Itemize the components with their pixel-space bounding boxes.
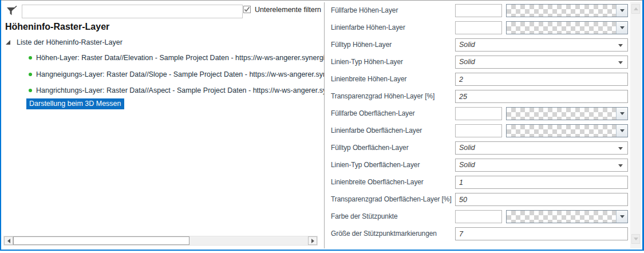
color-value-input[interactable]	[455, 210, 502, 223]
tree-item-hangneigungs-layer[interactable]: Hangneigungs-Layer: Raster Data//Slope -…	[29, 70, 324, 79]
fill-type-dropdown[interactable]: Solid	[455, 38, 628, 52]
property-label: Größe der Stützpunktmarkierungen	[331, 230, 437, 238]
property-label: Farbe der Stützpunkte	[331, 212, 398, 220]
property-row: Fülltyp Oberflächen-Layer Solid	[325, 141, 630, 155]
line-type-dropdown[interactable]: Solid	[455, 56, 628, 69]
tree-root-node[interactable]: Liste der Höheninfo-Raster-Layer	[6, 37, 123, 48]
arrow-left-icon	[7, 239, 10, 243]
arrow-right-icon	[311, 239, 314, 243]
property-label: Linien-Typ Oberflächen-Layer	[331, 161, 420, 169]
property-label: Linienfarbe Höhen-Layer	[331, 23, 405, 31]
dropdown-arrow-box[interactable]	[616, 125, 627, 137]
vertical-scrollbar[interactable]	[630, 2, 641, 248]
color-picker-dropdown[interactable]	[506, 4, 628, 17]
properties-panel: Füllfarbe Höhen-Layer Linienfarbe Höhen-…	[325, 1, 630, 249]
tree-item-label: Hangrichtungs-Layer: Raster Data//Aspect…	[36, 86, 324, 94]
status-dot-icon	[29, 73, 32, 76]
color-value-input[interactable]	[455, 4, 502, 17]
subelements-filter-checkbox[interactable]	[243, 6, 251, 13]
scroll-right-button[interactable]	[308, 236, 317, 245]
layer-tree-panel: Unterelemente filtern Höheninfo-Raster-L…	[1, 1, 324, 249]
chevron-down-icon	[618, 147, 623, 150]
chevron-down-icon	[618, 44, 623, 47]
scroll-down-button[interactable]	[631, 234, 640, 244]
page-title: Höheninfo-Raster-Layer	[5, 22, 109, 32]
status-dot-icon	[29, 89, 32, 92]
color-picker-dropdown[interactable]	[506, 21, 628, 34]
chevron-down-icon	[620, 9, 625, 12]
property-row: Linien-Typ Oberflächen-Layer Solid	[325, 159, 630, 172]
color-value-input[interactable]	[455, 124, 502, 137]
tree-item-darstellung-3d-selected[interactable]: Darstellung beim 3D Messen	[26, 98, 124, 109]
chevron-down-icon	[618, 61, 623, 64]
horizontal-scrollbar-thumb[interactable]	[13, 236, 189, 245]
property-label: Linienbreite Oberflächen-Layer	[331, 178, 424, 186]
tree-expander-icon[interactable]	[6, 37, 11, 48]
dropdown-value: Solid	[459, 58, 475, 66]
color-picker-dropdown[interactable]	[506, 107, 628, 120]
property-row: Füllfarbe Oberflächen-Layer	[325, 107, 630, 121]
property-row: Linien-Typ Höhen-Layer Solid	[325, 56, 630, 69]
property-row: Linienfarbe Oberflächen-Layer	[325, 124, 630, 138]
chevron-down-icon	[620, 112, 625, 115]
tree-root-label: Liste der Höheninfo-Raster-Layer	[17, 38, 123, 46]
property-row: Linienfarbe Höhen-Layer	[325, 21, 630, 35]
scroll-up-button[interactable]	[631, 4, 640, 14]
tree-item-label: Höhen-Layer: Raster Data//Elevation - Sa…	[36, 54, 324, 62]
window-border-bottom	[0, 250, 644, 251]
color-value-input[interactable]	[455, 107, 502, 120]
color-value-input[interactable]	[455, 21, 502, 34]
property-label: Füllfarbe Oberflächen-Layer	[331, 109, 415, 117]
dropdown-value: Solid	[459, 161, 475, 169]
properties-window: Unterelemente filtern Höheninfo-Raster-L…	[0, 0, 644, 253]
property-row: Farbe der Stützpunkte	[325, 210, 630, 224]
dropdown-arrow-box[interactable]	[616, 5, 627, 17]
property-label: Füllfarbe Höhen-Layer	[331, 6, 398, 14]
property-label: Linien-Typ Höhen-Layer	[331, 58, 403, 66]
status-dot-icon	[29, 56, 32, 60]
dropdown-arrow-box[interactable]	[616, 211, 627, 223]
dropdown-value: Solid	[459, 144, 475, 152]
property-label: Linienbreite Höhen-Layer	[331, 75, 406, 83]
checkmark-icon	[244, 5, 250, 15]
horizontal-scrollbar[interactable]	[3, 236, 318, 246]
property-row: Füllfarbe Höhen-Layer	[325, 4, 630, 18]
property-label: Transparenzgrad Oberflächen-Layer [%]	[331, 195, 452, 203]
property-label: Transparenzgrad Höhen-Layer [%]	[331, 92, 434, 100]
arrow-down-icon	[634, 238, 638, 240]
line-width-input[interactable]	[455, 176, 628, 189]
tree-item-hangrichtungs-layer[interactable]: Hangrichtungs-Layer: Raster Data//Aspect…	[29, 86, 324, 95]
property-row: Transparenzgrad Höhen-Layer [%]	[325, 90, 630, 104]
transparency-input[interactable]	[455, 90, 628, 103]
marker-size-input[interactable]	[455, 227, 628, 240]
filter-search-input[interactable]	[22, 5, 243, 18]
tree-item-hoehen-layer[interactable]: Höhen-Layer: Raster Data//Elevation - Sa…	[29, 53, 324, 62]
dropdown-arrow-box[interactable]	[616, 22, 627, 34]
chevron-down-icon	[620, 26, 625, 29]
arrow-up-icon	[634, 7, 638, 10]
transparency-input[interactable]	[455, 193, 628, 206]
line-width-input[interactable]	[455, 73, 628, 86]
chevron-down-icon	[618, 164, 623, 167]
property-row: Größe der Stützpunktmarkierungen	[325, 227, 630, 241]
property-label: Fülltyp Höhen-Layer	[331, 41, 392, 49]
property-row: Linienbreite Höhen-Layer	[325, 73, 630, 86]
line-type-dropdown[interactable]: Solid	[455, 159, 628, 172]
property-label: Fülltyp Oberflächen-Layer	[331, 144, 409, 152]
subelements-filter-label: Unterelemente filtern	[255, 6, 321, 14]
property-label: Linienfarbe Oberflächen-Layer	[331, 126, 422, 135]
chevron-down-icon	[620, 215, 625, 218]
chevron-down-icon	[620, 129, 625, 132]
tree-item-label: Hangneigungs-Layer: Raster Data//Slope -…	[36, 70, 324, 78]
property-row: Fülltyp Höhen-Layer Solid	[325, 38, 630, 52]
property-row: Linienbreite Oberflächen-Layer	[325, 176, 630, 189]
property-row: Transparenzgrad Oberflächen-Layer [%]	[325, 193, 630, 207]
scroll-left-button[interactable]	[4, 236, 13, 245]
dropdown-arrow-box[interactable]	[616, 108, 627, 120]
dropdown-value: Solid	[459, 41, 475, 49]
funnel-filter-icon	[6, 6, 18, 21]
color-picker-dropdown[interactable]	[506, 210, 628, 223]
color-picker-dropdown[interactable]	[506, 124, 628, 137]
fill-type-dropdown[interactable]: Solid	[455, 141, 628, 155]
